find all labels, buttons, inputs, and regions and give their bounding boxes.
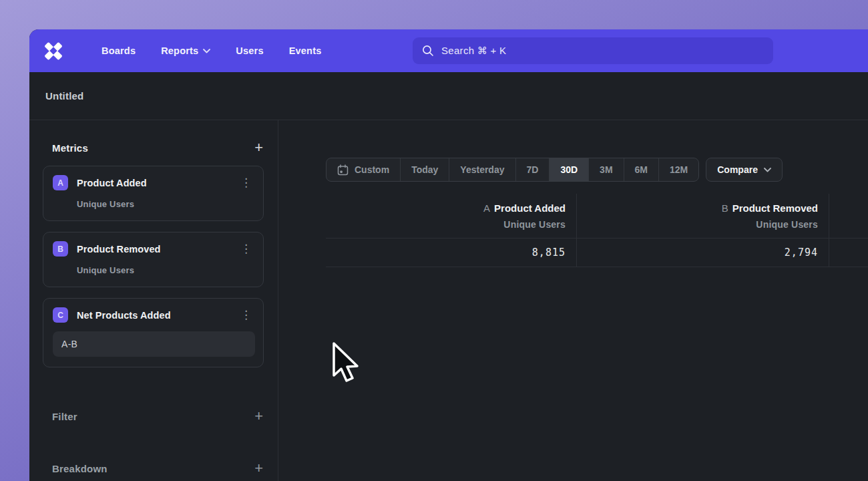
metrics-table: AProduct Added Unique Users BProduct Rem… xyxy=(326,194,868,267)
date-range-custom[interactable]: Custom xyxy=(327,158,401,181)
filter-heading: Filter xyxy=(52,411,77,422)
chevron-down-icon xyxy=(203,49,210,53)
date-range-label: Today xyxy=(411,164,438,175)
formula-input[interactable] xyxy=(53,331,255,357)
calendar-icon xyxy=(337,164,349,176)
column-subtitle: Unique Users xyxy=(577,219,818,230)
metrics-heading: Metrics xyxy=(52,142,88,154)
kebab-menu-icon[interactable]: ⋮ xyxy=(237,309,255,321)
report-titlebar: Untitled xyxy=(29,72,868,120)
search-placeholder: Search ⌘ + K xyxy=(441,45,506,57)
date-range-label: 30D xyxy=(560,164,578,175)
column-header-a[interactable]: AProduct Added Unique Users xyxy=(326,194,577,238)
compare-button[interactable]: Compare xyxy=(706,158,783,182)
date-range-label: 3M xyxy=(600,164,612,175)
top-nav: Boards Reports Users Events Search ⌘ + K xyxy=(29,29,868,72)
breakdown-section-row: Breakdown + xyxy=(52,461,263,476)
date-range-selector: Custom Today Yesterday 7D 30D 3M 6M 12M xyxy=(326,158,699,182)
column-header-empty xyxy=(829,194,868,238)
column-title: Product Removed xyxy=(732,202,818,214)
app-window: Boards Reports Users Events Search ⌘ + K… xyxy=(29,29,868,481)
column-badge: A xyxy=(483,202,490,214)
search-icon xyxy=(422,45,434,57)
column-title: Product Added xyxy=(494,202,566,214)
date-range-yesterday[interactable]: Yesterday xyxy=(449,158,515,181)
column-header-b[interactable]: BProduct Removed Unique Users xyxy=(577,194,829,238)
metrics-header-row: Metrics + xyxy=(52,140,263,155)
table-value-b[interactable]: 2,794 xyxy=(577,238,829,267)
date-range-label: Custom xyxy=(355,164,389,175)
metric-card-c[interactable]: C Net Products Added ⋮ xyxy=(43,298,264,367)
metric-name: Net Products Added xyxy=(77,310,171,321)
date-range-label: 12M xyxy=(670,164,688,175)
nav-item-label: Reports xyxy=(161,45,198,56)
compare-label: Compare xyxy=(717,164,758,175)
column-badge: B xyxy=(722,202,728,214)
kebab-menu-icon[interactable]: ⋮ xyxy=(237,243,255,255)
metric-badge: B xyxy=(53,241,68,257)
date-range-label: 6M xyxy=(635,164,648,175)
table-value-empty xyxy=(829,238,868,267)
metric-name: Product Added xyxy=(77,178,147,188)
table-value-a[interactable]: 8,815 xyxy=(326,238,577,267)
date-toolbar: Custom Today Yesterday 7D 30D 3M 6M 12M … xyxy=(326,158,783,182)
add-metric-button[interactable]: + xyxy=(254,140,263,155)
chevron-down-icon xyxy=(764,168,771,172)
nav-items: Boards Reports Users Events xyxy=(101,45,321,56)
page-title[interactable]: Untitled xyxy=(45,90,83,102)
filter-section-row: Filter + xyxy=(52,409,263,424)
breakdown-heading: Breakdown xyxy=(52,463,107,474)
metric-badge: A xyxy=(53,175,68,190)
mixpanel-logo-icon[interactable] xyxy=(41,39,65,62)
query-sidebar: Metrics + A Product Added ⋮ Unique Users… xyxy=(29,120,278,481)
column-subtitle: Unique Users xyxy=(326,219,566,230)
kebab-menu-icon[interactable]: ⋮ xyxy=(237,177,255,188)
add-breakdown-button[interactable]: + xyxy=(254,461,263,476)
search-input[interactable]: Search ⌘ + K xyxy=(413,37,773,64)
metric-card-a[interactable]: A Product Added ⋮ Unique Users xyxy=(43,166,264,221)
nav-item-users[interactable]: Users xyxy=(236,45,263,56)
nav-item-boards[interactable]: Boards xyxy=(101,45,136,56)
nav-item-events[interactable]: Events xyxy=(289,45,322,56)
add-filter-button[interactable]: + xyxy=(254,409,263,424)
nav-item-reports[interactable]: Reports xyxy=(161,45,210,56)
metric-name: Product Removed xyxy=(77,244,161,255)
nav-item-label: Users xyxy=(236,45,263,56)
metric-card-b[interactable]: B Product Removed ⋮ Unique Users xyxy=(43,232,264,287)
date-range-6m[interactable]: 6M xyxy=(624,158,659,181)
date-range-7d[interactable]: 7D xyxy=(516,158,550,181)
date-range-30d[interactable]: 30D xyxy=(550,158,589,181)
report-main: Custom Today Yesterday 7D 30D 3M 6M 12M … xyxy=(278,120,868,481)
metric-badge: C xyxy=(53,307,68,323)
date-range-3m[interactable]: 3M xyxy=(589,158,624,181)
date-range-today[interactable]: Today xyxy=(401,158,449,181)
nav-item-label: Boards xyxy=(101,45,136,56)
date-range-12m[interactable]: 12M xyxy=(659,158,698,181)
nav-item-label: Events xyxy=(289,45,322,56)
metric-measurement[interactable]: Unique Users xyxy=(77,265,255,275)
date-range-label: 7D xyxy=(527,164,539,175)
date-range-label: Yesterday xyxy=(460,164,504,175)
metric-measurement[interactable]: Unique Users xyxy=(77,199,255,209)
